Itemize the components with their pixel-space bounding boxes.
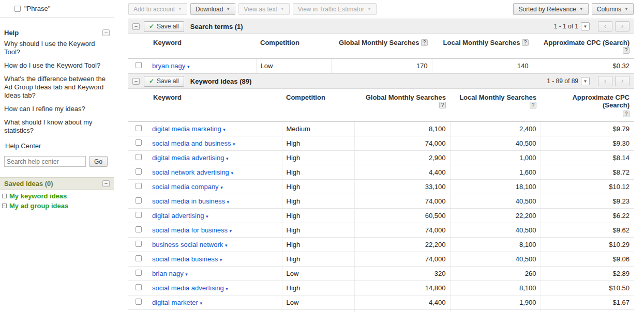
local-searches-cell: 40,500 xyxy=(450,136,541,151)
help-search-go-button[interactable]: Go xyxy=(89,156,108,167)
saved-item-label[interactable]: My keyword ideas xyxy=(9,192,67,200)
header-checkbox-cell xyxy=(128,34,149,59)
keyword-link[interactable]: bryan nagy ▾ xyxy=(152,62,189,70)
local-searches-cell: 18,100 xyxy=(450,310,541,312)
tree-expander-icon[interactable]: − xyxy=(2,194,7,198)
row-checkbox[interactable] xyxy=(136,212,142,218)
help-center-link[interactable]: Help Center xyxy=(4,142,109,150)
keyword-link[interactable]: social media advertising ▾ xyxy=(152,284,228,292)
sidebar-item-my-ad-group-ideas[interactable]: − My ad group ideas xyxy=(0,200,114,210)
sidebar-item-my-keyword-ideas[interactable]: − My keyword ideas xyxy=(0,190,114,200)
keyword-cell: social media business ▾ xyxy=(149,252,282,267)
next-page-button[interactable]: › xyxy=(615,76,630,86)
help-link[interactable]: What's the difference between the Ad Gro… xyxy=(4,75,109,100)
chevron-down-icon: ▼ xyxy=(583,24,588,29)
table-row: digital advertising ▾High60,50022,200$6.… xyxy=(128,209,634,223)
main-content: Add to account ▼ Download ▼ View as text… xyxy=(128,0,634,312)
keyword-cell: company social media ▾ xyxy=(149,310,282,312)
sorted-by-button[interactable]: Sorted by Relevance ▼ xyxy=(513,3,588,15)
keyword-link[interactable]: social media and business ▾ xyxy=(152,139,235,147)
local-searches-cell: 2,400 xyxy=(450,122,541,136)
keyword-link[interactable]: social network advertising ▾ xyxy=(152,168,233,176)
chevron-down-icon: ▾ xyxy=(230,228,232,233)
columns-label: Columns xyxy=(597,6,621,13)
help-icon[interactable]: ? xyxy=(623,111,630,117)
row-checkbox[interactable] xyxy=(136,241,142,247)
keyword-link[interactable]: digital advertising ▾ xyxy=(152,212,208,220)
tree-expander-icon[interactable]: − xyxy=(2,204,7,208)
row-checkbox-cell xyxy=(128,238,149,252)
collapse-section-icon[interactable]: − xyxy=(132,78,140,85)
download-button[interactable]: Download ▼ xyxy=(190,3,235,15)
competition-cell: High xyxy=(282,151,354,165)
keyword-link[interactable]: digital media advertising ▾ xyxy=(152,154,229,162)
table-row: digital marketer ▾Low4,4001,900$1.67 xyxy=(128,295,634,310)
saved-item-label[interactable]: My ad group ideas xyxy=(9,202,68,210)
chevron-down-icon: ▾ xyxy=(226,286,228,291)
section-title: Keyword ideas (89) xyxy=(190,77,252,85)
chevron-down-icon: ▾ xyxy=(226,156,229,161)
chevron-down-icon: ▾ xyxy=(233,142,235,147)
collapse-help-icon[interactable]: − xyxy=(102,29,110,36)
keyword-link[interactable]: social media company ▾ xyxy=(152,183,223,191)
keyword-ideas-section-header: − ✓ Save all Keyword ideas (89) 1 - 89 o… xyxy=(128,73,634,89)
row-checkbox[interactable] xyxy=(136,226,142,232)
help-icon[interactable]: ? xyxy=(439,102,446,108)
table-row: social network advertising ▾High4,4001,6… xyxy=(128,165,634,180)
col-header-keyword: Keyword xyxy=(149,89,282,122)
help-link[interactable]: How do I use the Keyword Tool? xyxy=(4,61,109,70)
chevron-down-icon: ▼ xyxy=(583,79,588,84)
help-icon[interactable]: ? xyxy=(623,47,630,54)
help-icon[interactable]: ? xyxy=(530,102,536,108)
save-all-label: Save all xyxy=(157,23,179,30)
row-checkbox[interactable] xyxy=(136,168,142,175)
collapse-saved-ideas-icon[interactable]: − xyxy=(102,180,110,187)
cpc-cell: $9.23 xyxy=(541,194,634,209)
next-page-button[interactable]: › xyxy=(615,21,630,32)
collapse-section-icon[interactable]: − xyxy=(132,23,140,30)
chevron-down-icon: ▾ xyxy=(220,185,223,190)
prev-page-button[interactable]: ‹ xyxy=(598,76,612,86)
chevron-down-icon: ▾ xyxy=(187,64,190,69)
keyword-link[interactable]: digital marketer ▾ xyxy=(152,299,202,306)
save-all-button[interactable]: ✓ Save all xyxy=(144,21,184,32)
row-checkbox[interactable] xyxy=(136,62,142,68)
page-size-dropdown[interactable]: ▼ xyxy=(581,77,590,85)
page-size-dropdown[interactable]: ▼ xyxy=(581,22,590,30)
prev-page-button[interactable]: ‹ xyxy=(598,21,612,32)
help-link[interactable]: What should I know about my statistics? xyxy=(4,118,109,135)
keyword-link[interactable]: social media in business ▾ xyxy=(152,197,229,205)
help-search-input[interactable] xyxy=(4,156,86,167)
row-checkbox[interactable] xyxy=(136,299,142,305)
help-icon[interactable]: ? xyxy=(421,39,428,46)
global-searches-cell: 22,200 xyxy=(354,238,450,252)
table-row: social media advertising ▾High14,8008,10… xyxy=(128,281,634,295)
help-link[interactable]: Why should I use the Keyword Tool? xyxy=(4,40,109,56)
keyword-link[interactable]: social media business ▾ xyxy=(152,255,222,263)
help-title: Help xyxy=(4,29,19,37)
row-checkbox[interactable] xyxy=(136,139,142,146)
save-all-button[interactable]: ✓ Save all xyxy=(144,76,184,87)
row-checkbox[interactable] xyxy=(136,284,142,290)
keyword-link[interactable]: business social network ▾ xyxy=(152,241,227,248)
chevron-down-icon: ▾ xyxy=(200,301,202,306)
col-header-global: Global Monthly Searches ? xyxy=(354,89,450,122)
row-checkbox[interactable] xyxy=(136,255,142,261)
keyword-link[interactable]: social media for business ▾ xyxy=(152,226,232,234)
row-checkbox-cell xyxy=(128,151,149,165)
keyword-link[interactable]: brian nagy ▾ xyxy=(152,270,188,277)
row-checkbox[interactable] xyxy=(136,125,142,131)
phrase-checkbox[interactable] xyxy=(14,6,21,12)
table-row: digital media advertising ▾High2,9001,00… xyxy=(128,151,634,165)
row-checkbox-cell xyxy=(128,136,149,151)
sidebar: "Phrase" Help − Why should I use the Key… xyxy=(0,0,114,210)
row-checkbox[interactable] xyxy=(136,270,142,276)
row-checkbox[interactable] xyxy=(136,154,142,160)
row-checkbox[interactable] xyxy=(136,183,142,189)
help-icon[interactable]: ? xyxy=(522,39,529,46)
row-checkbox[interactable] xyxy=(136,197,142,204)
competition-cell: Low xyxy=(282,295,354,310)
help-link[interactable]: How can I refine my ideas? xyxy=(4,105,109,113)
keyword-link[interactable]: digital media marketing ▾ xyxy=(152,125,226,133)
columns-button[interactable]: Columns ▼ xyxy=(592,3,634,15)
